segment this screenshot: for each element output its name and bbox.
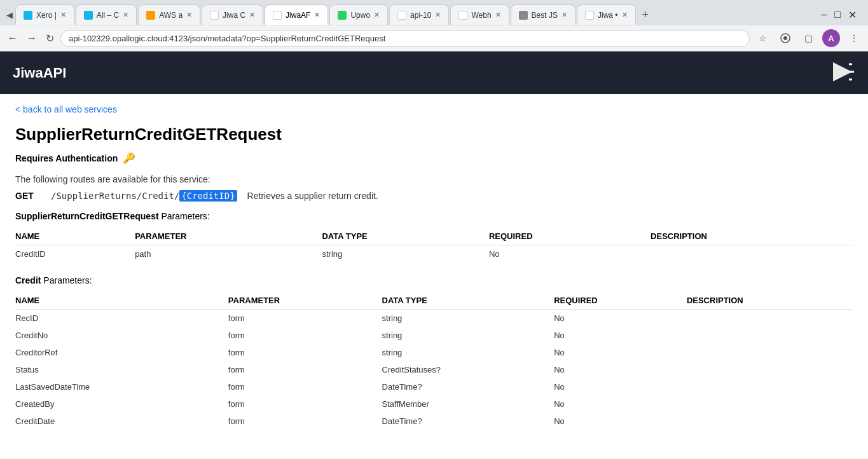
credit-col-datatype: DATA TYPE [382, 292, 555, 310]
cell-parameter: form [228, 327, 382, 344]
tab-label-9: Jiwa • [598, 11, 618, 20]
tab-close-6[interactable]: ✕ [435, 11, 441, 19]
params-heading-suffix: Parameters: [159, 211, 210, 221]
tab-1[interactable]: All – C ✕ [76, 4, 137, 25]
cast-icon[interactable]: ▢ [799, 29, 817, 47]
tab-label-0: Xero | [36, 11, 57, 20]
page-title: SupplierReturnCreditGETRequest [15, 125, 853, 144]
tab-favicon-9 [585, 11, 594, 20]
cell-required: No [554, 395, 687, 413]
tab-2[interactable]: AWS a ✕ [138, 4, 200, 25]
cell-parameter: form [228, 310, 382, 327]
tab-close-9[interactable]: ✕ [622, 11, 628, 19]
tab-scroll-left[interactable]: ◀ [4, 8, 15, 22]
app-header: JiwaAPI [0, 51, 868, 94]
tab-favicon-3 [210, 11, 219, 20]
tab-close-3[interactable]: ✕ [249, 11, 255, 19]
tab-close-4[interactable]: ✕ [314, 11, 320, 19]
credit-col-parameter: PARAMETER [228, 292, 382, 310]
tab-favicon-4 [273, 11, 282, 20]
tab-4[interactable]: JiwaAF ✕ [265, 4, 328, 25]
cell-parameter: form [228, 344, 382, 361]
route-path-param: {CreditID} [179, 190, 237, 202]
table-row: CreditID path string No [15, 245, 853, 263]
forward-button[interactable]: → [24, 30, 39, 46]
tab-0[interactable]: Xero | ✕ [15, 4, 74, 25]
back-link[interactable]: < back to all web services [15, 104, 117, 114]
close-window-button[interactable]: ✕ [848, 9, 857, 21]
tab-favicon-0 [24, 11, 32, 20]
cell-name: CreditID [15, 245, 135, 263]
address-input[interactable] [60, 30, 750, 47]
tab-favicon-1 [84, 11, 93, 20]
credit-params-heading: Credit Parameters: [15, 275, 853, 285]
auth-section: Requires Authentication 🔑 [15, 152, 853, 164]
bookmark-icon[interactable]: ☆ [754, 29, 771, 47]
cell-datatype: string [382, 310, 555, 327]
browser-chrome: ◀ Xero | ✕ All – C ✕ AWS a ✕ Jiwa C ✕ Ji… [0, 0, 868, 51]
tab-label-6: api-10 [410, 11, 431, 20]
tab-8[interactable]: Best JS ✕ [511, 4, 575, 25]
cell-description [687, 361, 853, 378]
col-header-required: REQUIRED [489, 228, 651, 245]
tab-close-1[interactable]: ✕ [123, 11, 128, 19]
credit-params-table: NAME PARAMETER DATA TYPE REQUIRED DESCRI… [15, 292, 853, 430]
cell-parameter: form [228, 395, 382, 413]
address-bar-row: ← → ↻ ☆ ▢ A ⋮ [0, 25, 868, 51]
cell-parameter: form [228, 378, 382, 395]
maximize-button[interactable]: □ [834, 9, 841, 21]
app-logo [830, 59, 855, 86]
minimize-button[interactable]: – [821, 9, 827, 21]
tab-7[interactable]: Webh ✕ [450, 4, 509, 25]
toolbar-icons: ☆ ▢ A ⋮ [754, 29, 863, 47]
table-row: RecID form string No [15, 310, 853, 327]
cell-required: No [554, 413, 687, 430]
table-row: CreditDate form DateTime? No [15, 413, 853, 430]
tab-label-8: Best JS [532, 11, 558, 20]
tab-6[interactable]: api-10 ✕ [389, 4, 449, 25]
reload-button[interactable]: ↻ [43, 30, 57, 47]
tab-close-0[interactable]: ✕ [60, 11, 66, 19]
cell-datatype: DateTime? [382, 378, 555, 395]
cell-name: CreditDate [15, 413, 228, 430]
profile-avatar[interactable]: A [822, 29, 840, 47]
back-button[interactable]: ← [5, 30, 20, 46]
menu-icon[interactable]: ⋮ [845, 29, 863, 47]
tab-close-7[interactable]: ✕ [495, 11, 501, 19]
cell-datatype: string [382, 327, 555, 344]
route-method: GET [15, 191, 41, 201]
credit-col-description: DESCRIPTION [687, 292, 853, 310]
app-title: JiwaAPI [13, 65, 66, 81]
tab-close-5[interactable]: ✕ [374, 11, 380, 19]
route-path-before: /SupplierReturns/Credit/ [51, 191, 179, 201]
tab-label-3: Jiwa C [223, 11, 245, 20]
params-heading: SupplierReturnCreditGETRequest Parameter… [15, 211, 853, 221]
cell-name: RecID [15, 310, 228, 327]
col-header-name: NAME [15, 228, 135, 245]
cell-required: No [554, 378, 687, 395]
cell-parameter: form [228, 361, 382, 378]
tab-favicon-8 [519, 11, 528, 20]
tab-close-8[interactable]: ✕ [561, 11, 567, 19]
cell-description [687, 395, 853, 413]
new-tab-button[interactable]: + [637, 8, 654, 22]
tab-label-2: AWS a [159, 11, 183, 20]
tab-label-7: Webh [471, 11, 491, 20]
cell-description [687, 378, 853, 395]
table-row: Status form CreditStatuses? No [15, 361, 853, 378]
cell-required: No [554, 310, 687, 327]
tab-label-4: JiwaAF [286, 11, 310, 20]
credit-col-required: REQUIRED [554, 292, 687, 310]
cell-parameter: path [135, 245, 322, 263]
tab-3[interactable]: Jiwa C ✕ [202, 4, 263, 25]
extensions-icon[interactable] [776, 29, 794, 47]
tab-9[interactable]: Jiwa • ✕ [577, 4, 636, 25]
col-header-datatype: DATA TYPE [322, 228, 488, 245]
cell-name: CreditNo [15, 327, 228, 344]
tab-close-2[interactable]: ✕ [186, 11, 192, 19]
tab-5[interactable]: Upwo ✕ [329, 4, 388, 25]
cell-description [687, 413, 853, 430]
credit-heading-normal: Parameters: [41, 275, 92, 285]
route-path: /SupplierReturns/Credit/{CreditID} [51, 191, 237, 201]
cell-description [687, 310, 853, 327]
